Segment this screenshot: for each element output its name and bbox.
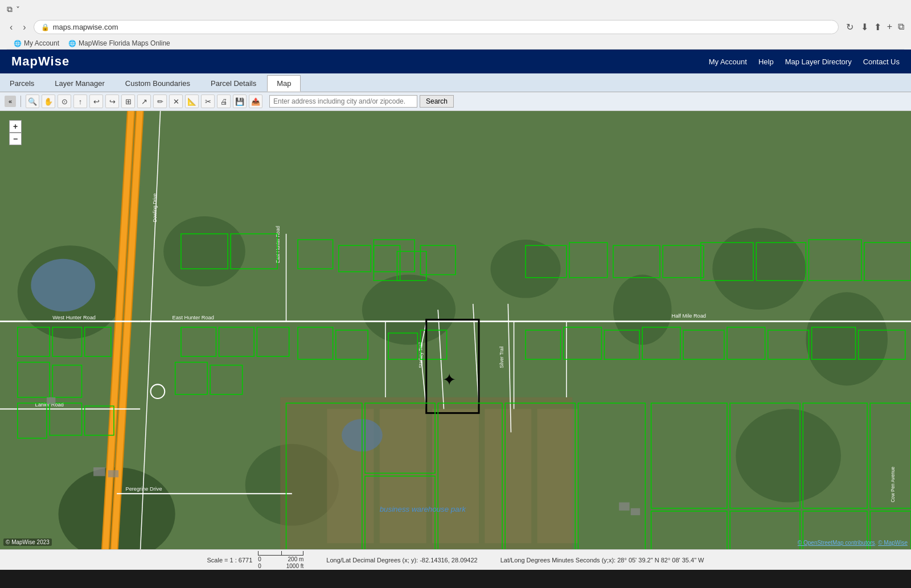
- scale-feet: 1000 ft: [286, 563, 304, 569]
- scale-zero: 0: [258, 556, 261, 562]
- download-icon[interactable]: ⬇: [861, 22, 868, 32]
- svg-text:business warehouse park: business warehouse park: [380, 505, 466, 513]
- coords-decimal-label: Long/Lat Decimal Degrees (x; y):: [326, 557, 418, 564]
- tool-draw[interactable]: ✏: [153, 94, 167, 108]
- address-text: maps.mapwise.com: [53, 23, 118, 31]
- reload-button[interactable]: ↻: [843, 20, 856, 34]
- zoom-in-button[interactable]: +: [9, 120, 22, 133]
- tab-bar: Parcels Layer Manager Custom Boundaries …: [0, 73, 911, 92]
- bookmark-my-account[interactable]: 🌐 My Account: [14, 39, 59, 47]
- svg-point-6: [712, 228, 806, 310]
- nav-contact[interactable]: Contact Us: [863, 57, 900, 66]
- tool-pan[interactable]: ✋: [42, 94, 55, 108]
- scale-ft-zero: 0: [258, 563, 261, 569]
- tool-clip[interactable]: ✂: [201, 94, 215, 108]
- toolbar-collapse-btn[interactable]: «: [5, 96, 16, 107]
- chevron-down-icon: ˅: [16, 5, 20, 14]
- map-copyright: © MapWise 2023: [3, 538, 52, 546]
- coords-decimal-value: -82.14316, 28.09422: [420, 557, 478, 564]
- scale-labels: 0 200 m: [258, 556, 303, 562]
- search-button[interactable]: Search: [420, 95, 454, 108]
- tool-forward[interactable]: ↪: [105, 94, 119, 108]
- share-icon[interactable]: ⬆: [874, 22, 881, 32]
- svg-text:West Hunter Road: West Hunter Road: [52, 315, 96, 320]
- osm-link[interactable]: © OpenStreetMap contributors: [798, 540, 875, 546]
- svg-text:Cow Pen Avenue: Cow Pen Avenue: [891, 466, 896, 502]
- tool-print[interactable]: 🖨: [217, 94, 231, 108]
- map-svg: West Hunter Road East Hunter Road Half M…: [0, 111, 911, 549]
- svg-point-10: [736, 409, 841, 502]
- nav-help[interactable]: Help: [758, 57, 774, 66]
- scale-line-container: 0 200 m 0 1000 ft: [258, 551, 303, 569]
- tool-back[interactable]: ↩: [89, 94, 103, 108]
- sidebar-icon[interactable]: ⧉: [898, 22, 904, 32]
- tool-save[interactable]: 💾: [233, 94, 247, 108]
- tool-target[interactable]: ⊙: [58, 94, 71, 108]
- tool-zoom-extent[interactable]: ⊞: [121, 94, 135, 108]
- svg-text:Silver Trail: Silver Trail: [499, 346, 504, 368]
- svg-text:Half Mile Road: Half Mile Road: [671, 313, 705, 319]
- bookmark-mapwise-label: MapWise Florida Maps Online: [79, 39, 170, 47]
- browser-tab-icons: ⧉ ˅: [7, 5, 20, 14]
- status-bar: Scale = 1 : 6771 0 200 m 0 1000 ft Long/…: [0, 549, 911, 570]
- svg-rect-101: [93, 467, 105, 476]
- bookmarks-bar: 🌐 My Account 🌐 MapWise Florida Maps Onli…: [7, 38, 904, 50]
- zoom-controls: + −: [9, 120, 22, 145]
- nav-action-icons: ⬇ ⬆ + ⧉: [861, 22, 904, 32]
- back-button[interactable]: ‹: [7, 21, 15, 34]
- search-input[interactable]: [269, 95, 417, 108]
- mapwise-link[interactable]: © MapWise: [878, 540, 908, 546]
- new-tab-icon[interactable]: +: [887, 22, 892, 32]
- tab-custom-boundaries[interactable]: Custom Boundaries: [116, 75, 200, 92]
- tool-navigate[interactable]: ↑: [73, 94, 87, 108]
- svg-text:Dowling Drive: Dowling Drive: [153, 193, 158, 222]
- tab-icon: ⧉: [7, 5, 13, 14]
- nav-directory[interactable]: Map Layer Directory: [785, 57, 852, 66]
- scale-meters: 200 m: [288, 556, 304, 562]
- svg-rect-102: [108, 470, 118, 477]
- scale-line: [258, 551, 303, 556]
- browser-chrome: ⧉ ˅ ‹ › 🔒 maps.mapwise.com ↻ ⬇ ⬆ + ⧉ 🌐 M…: [0, 0, 911, 50]
- bookmark-account-label: My Account: [24, 39, 59, 47]
- svg-rect-103: [47, 397, 55, 404]
- map-container[interactable]: West Hunter Road East Hunter Road Half M…: [0, 111, 911, 549]
- tab-map[interactable]: Map: [267, 75, 301, 92]
- tab-layer-manager[interactable]: Layer Manager: [45, 75, 114, 92]
- svg-rect-16: [537, 409, 578, 543]
- coords-dms-label: Lat/Long Degrees Minutes Seconds (y;x):: [500, 557, 615, 564]
- zoom-out-button[interactable]: −: [9, 133, 22, 145]
- svg-rect-104: [619, 503, 629, 511]
- forward-button[interactable]: ›: [20, 21, 28, 34]
- svg-rect-15: [485, 409, 531, 543]
- address-bar[interactable]: 🔒 maps.mapwise.com: [34, 20, 839, 34]
- svg-text:East Hunter Road: East Hunter Road: [276, 226, 281, 264]
- lock-icon: 🔒: [41, 23, 50, 31]
- tool-identify[interactable]: ↗: [137, 94, 151, 108]
- toolbar-divider-1: [20, 96, 21, 107]
- scale-bar: Scale = 1 : 6771 0 200 m 0 1000 ft: [207, 551, 304, 569]
- tab-parcel-details[interactable]: Parcel Details: [201, 75, 266, 92]
- tool-clear[interactable]: ✕: [169, 94, 183, 108]
- tab-parcels[interactable]: Parcels: [0, 75, 44, 92]
- coords-decimal: Long/Lat Decimal Degrees (x; y): -82.143…: [326, 557, 477, 564]
- bookmark-mapwise[interactable]: 🌐 MapWise Florida Maps Online: [68, 39, 170, 47]
- scale-text: Scale = 1 : 6771: [207, 557, 253, 564]
- svg-text:✦: ✦: [442, 371, 456, 389]
- tool-measure[interactable]: 📐: [185, 94, 199, 108]
- map-copyright-right: © OpenStreetMap contributors, © MapWise: [798, 540, 908, 546]
- tool-zoom-in[interactable]: 🔍: [26, 94, 39, 108]
- tool-export[interactable]: 📤: [249, 94, 262, 108]
- bookmark-account-icon: 🌐: [14, 40, 22, 47]
- nav-my-account[interactable]: My Account: [709, 57, 747, 66]
- app-container: MapWise My Account Help Map Layer Direct…: [0, 50, 911, 570]
- toolbar: « 🔍 ✋ ⊙ ↑ ↩ ↪ ⊞ ↗ ✏ ✕ 📐 ✂ 🖨 💾 📤 Search: [0, 92, 911, 111]
- svg-point-7: [806, 292, 888, 385]
- coords-dms: Lat/Long Degrees Minutes Seconds (y;x): …: [500, 557, 704, 564]
- coords-dms-value: 28° 05' 39.2" N 82° 08' 35.4" W: [617, 557, 704, 564]
- header-nav: My Account Help Map Layer Directory Cont…: [709, 57, 900, 66]
- mapwise-header: MapWise My Account Help Map Layer Direct…: [0, 50, 911, 73]
- scale-ft-labels: 0 1000 ft: [258, 563, 303, 569]
- mapwise-logo: MapWise: [11, 54, 69, 69]
- svg-text:Peregrine Drive: Peregrine Drive: [126, 486, 162, 492]
- svg-point-3: [362, 275, 456, 345]
